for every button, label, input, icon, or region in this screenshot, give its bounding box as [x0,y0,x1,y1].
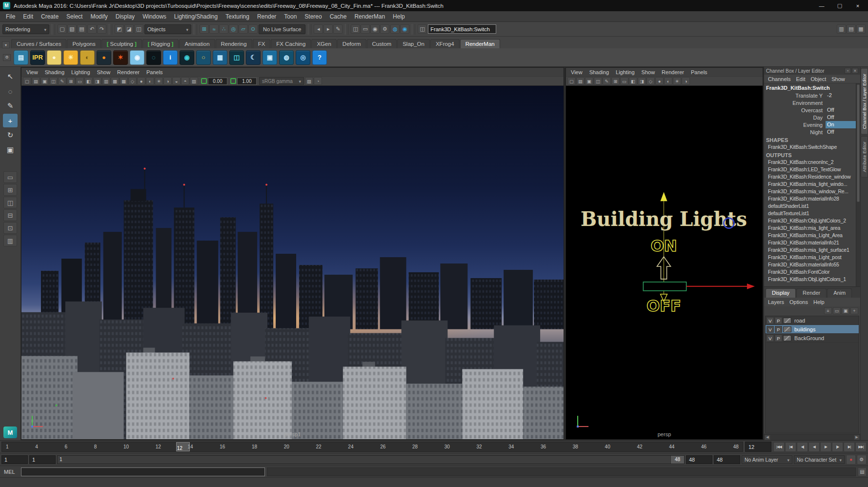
gate-mask-icon[interactable]: ◨ [638,77,646,85]
output-node-item[interactable]: Frank3D_KitBash:materialInfo55 [764,261,856,268]
output-node-item[interactable]: Frank3D_KitBash:mia_Light_post [764,254,856,261]
output-node-item[interactable]: defaultTextureList1 [764,210,856,217]
step-forward-frame-button[interactable]: |▶ [832,442,843,452]
minimize-button[interactable]: — [814,1,829,10]
gate-mask-icon[interactable]: ◨ [93,77,101,85]
menu-item[interactable]: Display [112,12,139,21]
isolate-select-icon[interactable]: ▧ [305,77,313,85]
output-node-item[interactable]: defaultShaderList1 [764,203,856,210]
select-by-hierarchy-icon[interactable]: ◩ [115,24,124,34]
resolution-gate-icon[interactable]: ◧ [84,77,93,85]
toggle-attribute-editor-icon[interactable]: ▥ [837,24,846,34]
output-node-item[interactable]: Frank3D_KitBash:ObjLightColors_1 [764,276,856,283]
layer-editor-tab[interactable]: Anim [827,288,852,298]
rman-crescent-icon[interactable]: ☾ [246,50,261,65]
input-connections-icon[interactable]: ◂ [314,24,323,34]
script-editor-button[interactable]: ▤ [858,467,867,476]
command-line-input[interactable] [21,467,265,476]
play-forwards-button[interactable]: ▶ [820,442,831,452]
viewport-menu-item[interactable]: Lighting [68,69,94,75]
viewport-menu-item[interactable]: Shading [586,69,612,75]
textured-icon[interactable]: ◐ [664,77,672,85]
make-live-icon[interactable]: ⊙ [248,24,258,34]
step-back-frame-button[interactable]: ◀| [797,442,808,452]
scale-tool[interactable]: ▣ [3,143,18,157]
rman-glass-sphere-icon[interactable]: ◉ [130,50,144,65]
snap-to-point-icon[interactable]: ∴ [219,24,228,34]
image-plane-icon[interactable]: ▣ [585,77,593,85]
lasso-select-tool[interactable]: ◌ [3,84,18,98]
shelf-tab[interactable]: XGen [311,39,336,48]
rman-burst-icon[interactable]: ✶ [113,50,128,65]
menu-item[interactable]: File [2,12,19,21]
close-panel-icon[interactable]: × [852,68,858,74]
output-node-item[interactable]: Frank3D_KitBash:mia_light_surface1 [764,246,856,254]
layer-row[interactable]: V P buildings [766,325,859,334]
viewport-menu-item[interactable]: Lighting [612,69,638,75]
xray-icon[interactable]: ◔ [314,77,322,85]
field-chart-icon[interactable]: ▥ [102,77,110,85]
textured-icon[interactable]: ◐ [146,77,154,85]
rman-area-light-icon[interactable]: ● [97,50,111,65]
output-node-item[interactable]: Frank3D_KitBash:mia_light_windo... [764,181,856,188]
shelf-tab[interactable]: Deform [337,39,366,48]
toggle-channel-box-icon[interactable]: ▦ [856,24,866,34]
layer-row[interactable]: V P road [766,316,859,325]
menu-item[interactable]: Texturing [222,12,253,21]
shelf-tab[interactable]: Custom [367,39,397,48]
current-frame-field[interactable] [745,442,771,452]
float-panel-icon[interactable]: ▫ [845,68,851,74]
shadows-icon[interactable]: ◑ [682,77,690,85]
camera-attributes-icon[interactable]: ▢ [23,77,31,85]
animation-preferences-icon[interactable]: ⚙ [857,455,867,465]
safe-action-icon[interactable]: ▩ [111,77,119,85]
close-button[interactable]: × [850,1,865,10]
grease-pencil-icon[interactable]: ✎ [58,77,66,85]
playback-start-field[interactable] [29,455,56,464]
layer-playback-toggle[interactable]: P [775,326,782,333]
layout-outliner-persp-button[interactable]: ▥ [3,235,17,246]
exposure-field[interactable] [208,78,227,85]
layer-editor-menu-item[interactable]: Layers [766,299,787,305]
safe-title-icon[interactable]: ▦ [120,77,128,85]
current-time-marker[interactable]: 12 [176,442,190,451]
layer-playback-toggle[interactable]: P [775,335,782,342]
attribute-value-field[interactable] [826,99,856,106]
rman-help-icon[interactable]: ? [312,50,327,65]
rman-texture-icon[interactable]: ◍ [279,50,294,65]
construction-history-icon[interactable]: ✎ [333,24,343,34]
layer-color-swatch[interactable] [783,335,791,341]
menu-item[interactable]: Edit [19,12,37,21]
shelf-tab[interactable]: Animation [179,39,215,48]
shelf-tab[interactable]: Rendering [216,39,252,48]
viewport-menu-item[interactable]: Panels [687,69,711,75]
shelf-tab[interactable]: Polygons [67,39,101,48]
film-gate-icon[interactable]: ▭ [620,77,628,85]
pane-layout-icon[interactable]: ◫ [418,24,427,34]
viewport-menu-item[interactable]: View [567,69,586,75]
rman-info-icon[interactable]: i [163,50,178,65]
viewport-menu-item[interactable]: Panels [143,69,166,75]
output-node-item[interactable]: Frank3D_KitBash:LED_TextGlow [764,166,856,173]
shaded-icon[interactable]: ● [137,77,145,85]
snap-to-grid-icon[interactable]: ⊞ [200,24,209,34]
character-set-dropdown[interactable]: No Character Set [794,455,845,464]
shelf-tab[interactable]: XFrog4 [430,39,460,48]
new-layer-icon[interactable]: + [850,307,858,314]
snap-to-curve-icon[interactable]: ≈ [209,24,219,34]
use-all-lights-icon[interactable]: ☀ [155,77,163,85]
menu-item[interactable]: Stereo [301,12,325,21]
menu-item[interactable]: Windows [139,12,170,21]
go-to-end-button[interactable]: ▶▶| [855,442,867,452]
rman-image-icon[interactable]: ▣ [262,50,277,65]
switch-canvas[interactable]: Building Lights ON OFF persp [566,86,763,439]
open-scene-icon[interactable]: ▧ [67,24,77,34]
shaded-icon[interactable]: ● [655,77,664,85]
output-node-item[interactable]: Frank3D_KitBash:FontColor [764,268,856,276]
grease-pencil-icon[interactable]: ✎ [603,77,611,85]
output-node-item[interactable]: Frank3D_KitBash:mia_window_Re... [764,188,856,195]
shelf-tab[interactable]: FX Caching [271,39,311,48]
menu-item[interactable]: Cache [326,12,351,21]
command-line-language-toggle[interactable]: MEL [1,469,19,475]
output-node-item[interactable]: Frank3D_KitBash:mia_light_area [764,224,856,232]
